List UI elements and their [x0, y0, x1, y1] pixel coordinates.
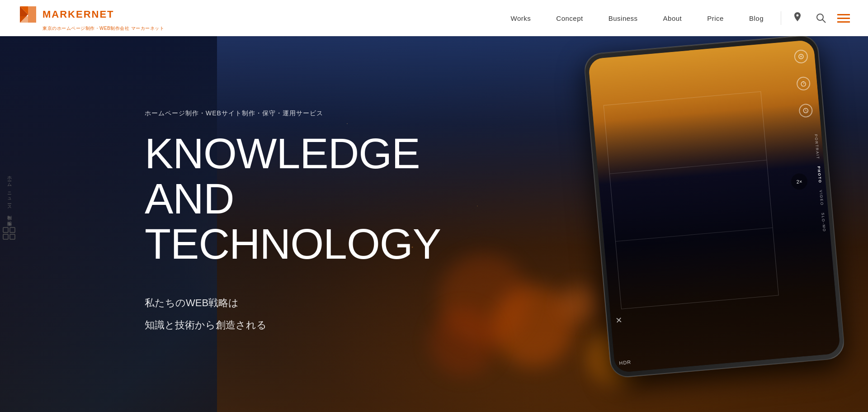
svg-line-14 [803, 83, 804, 84]
camera-mode-slomo: SLO-MO [821, 213, 826, 232]
sidebar-item-home[interactable]: ホーム [6, 173, 12, 185]
phone-outer: PORTRAIT PHOTO VIDEO SLO-MO 2× HDR ✕ [583, 33, 846, 379]
svg-point-11 [800, 55, 802, 57]
camera-settings-icon [798, 103, 813, 118]
hero-title-line3: TECHNOLOGY [145, 220, 441, 268]
logo-subtitle: 東京のホームページ制作・WEB制作会社 マーカーネット [42, 25, 164, 32]
nav-about[interactable]: About [651, 14, 695, 22]
hdr-label: HDR [619, 359, 632, 365]
camera-mode-portrait: PORTRAIT [814, 134, 820, 160]
logo-text: MARKERNET [42, 9, 114, 20]
camera-side-labels: PORTRAIT PHOTO VIDEO SLO-MO [814, 134, 826, 232]
hero-title: KNOWLEDGE AND TECHNOLOGY [145, 131, 441, 266]
site-header: MARKERNET 東京のホームページ制作・WEB制作会社 マーカーネット Wo… [0, 0, 868, 36]
svg-rect-9 [10, 234, 15, 239]
camera-timer-icon [796, 76, 811, 91]
svg-rect-3 [20, 16, 28, 23]
hero-description: 私たちのWEB戦略は 知識と技術から創造される [145, 294, 441, 334]
hamburger-line-1 [837, 14, 850, 15]
svg-rect-6 [3, 227, 8, 232]
logo-icon [18, 5, 38, 24]
hero-title-line1: KNOWLEDGE [145, 129, 420, 177]
focus-cross-icon: ✕ [615, 315, 623, 325]
hero-desc-line1: 私たちのWEB戦略は [145, 294, 441, 312]
camera-mode-video: VIDEO [819, 190, 824, 206]
phone-mockup: PORTRAIT PHOTO VIDEO SLO-MO 2× HDR ✕ [583, 33, 846, 379]
nav-divider [781, 11, 781, 25]
logo-area: MARKERNET 東京のホームページ制作・WEB制作会社 マーカーネット [18, 5, 164, 32]
hero-title-line2: AND [145, 175, 234, 223]
nav-price[interactable]: Price [694, 14, 736, 22]
phone-screen: PORTRAIT PHOTO VIDEO SLO-MO 2× HDR ✕ [588, 39, 841, 373]
nav-concept[interactable]: Concept [543, 14, 595, 22]
camera-icon-svg [797, 53, 804, 60]
camera-bottom-bar: HDR [619, 359, 632, 365]
hamburger-menu-button[interactable] [837, 14, 850, 23]
sidebar-item-henshu[interactable]: 編集 [6, 217, 12, 219]
camera-mode-photo: PHOTO [816, 166, 822, 184]
sidebar-item-news[interactable]: ニュース [6, 189, 12, 208]
sidebar-vertical: ホーム ニュース 制作 編集 [0, 164, 18, 249]
nav-business[interactable]: Business [596, 14, 651, 22]
svg-point-4 [817, 14, 823, 20]
hero-desc-line2: 知識と技術から創造される [145, 316, 441, 334]
hero-section: PORTRAIT PHOTO VIDEO SLO-MO 2× HDR ✕ [0, 0, 868, 412]
nav-blog[interactable]: Blog [736, 14, 776, 22]
zoom-indicator: 2× [790, 173, 808, 190]
svg-rect-7 [10, 227, 15, 232]
camera-top-icons [794, 49, 813, 118]
sidebar-grid-icon[interactable] [3, 227, 15, 240]
hero-subtitle: ホームページ制作・WEBサイト制作・保守・運用サービス [145, 109, 441, 118]
zoom-label: 2× [796, 179, 802, 185]
hero-content: ホームページ制作・WEBサイト制作・保守・運用サービス KNOWLEDGE AN… [145, 73, 441, 338]
svg-marker-2 [28, 6, 36, 23]
nav-icons [790, 11, 850, 25]
location-icon-button[interactable] [790, 11, 805, 25]
sidebar-item-seisaku[interactable]: 制作 [6, 212, 12, 213]
settings-icon-svg [802, 107, 809, 114]
location-icon [793, 12, 802, 24]
search-icon [816, 13, 826, 23]
bokeh-circle-4 [561, 285, 597, 322]
svg-line-5 [822, 19, 826, 23]
timer-icon-svg [800, 80, 807, 87]
hamburger-line-2 [837, 18, 850, 19]
svg-rect-8 [3, 234, 8, 239]
camera-ui-overlay: PORTRAIT PHOTO VIDEO SLO-MO 2× HDR ✕ [588, 39, 841, 373]
hamburger-line-3 [837, 21, 850, 23]
camera-flash-icon [794, 49, 809, 64]
nav-works[interactable]: Works [498, 14, 544, 22]
main-nav: Works Concept Business About Price Blog [498, 11, 850, 25]
logo-main[interactable]: MARKERNET [18, 5, 164, 24]
search-icon-button[interactable] [814, 11, 828, 25]
